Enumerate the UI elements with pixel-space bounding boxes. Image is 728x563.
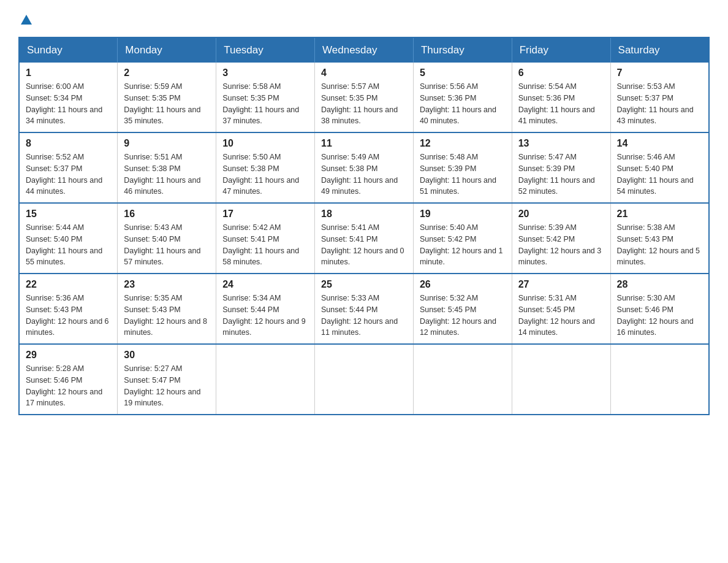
day-number: 19 bbox=[420, 209, 506, 220]
day-cell: 15 Sunrise: 5:44 AMSunset: 5:40 PMDaylig… bbox=[19, 203, 118, 274]
day-cell: 23 Sunrise: 5:35 AMSunset: 5:43 PMDaylig… bbox=[118, 274, 216, 344]
day-cell: 1 Sunrise: 6:00 AMSunset: 5:34 PMDayligh… bbox=[19, 63, 118, 132]
day-number: 4 bbox=[321, 67, 407, 79]
day-info: Sunrise: 5:47 AMSunset: 5:39 PMDaylight:… bbox=[518, 151, 604, 197]
day-info: Sunrise: 5:44 AMSunset: 5:40 PMDaylight:… bbox=[26, 222, 111, 268]
day-cell: 6 Sunrise: 5:54 AMSunset: 5:36 PMDayligh… bbox=[512, 63, 610, 132]
day-cell: 16 Sunrise: 5:43 AMSunset: 5:40 PMDaylig… bbox=[118, 203, 216, 274]
day-info: Sunrise: 5:53 AMSunset: 5:37 PMDaylight:… bbox=[617, 81, 702, 127]
day-cell: 20 Sunrise: 5:39 AMSunset: 5:42 PMDaylig… bbox=[512, 203, 610, 274]
day-number: 7 bbox=[617, 67, 702, 79]
day-cell: 27 Sunrise: 5:31 AMSunset: 5:45 PMDaylig… bbox=[512, 274, 610, 344]
day-cell: 24 Sunrise: 5:34 AMSunset: 5:44 PMDaylig… bbox=[216, 274, 315, 344]
day-number: 29 bbox=[26, 350, 111, 361]
day-info: Sunrise: 5:49 AMSunset: 5:38 PMDaylight:… bbox=[321, 151, 407, 197]
day-number: 14 bbox=[617, 138, 702, 149]
day-number: 23 bbox=[124, 279, 210, 290]
day-number: 17 bbox=[222, 209, 308, 220]
header-tuesday: Tuesday bbox=[216, 37, 315, 63]
day-number: 12 bbox=[420, 138, 506, 149]
day-info: Sunrise: 5:46 AMSunset: 5:40 PMDaylight:… bbox=[617, 151, 702, 197]
day-cell: 7 Sunrise: 5:53 AMSunset: 5:37 PMDayligh… bbox=[610, 63, 709, 132]
day-info: Sunrise: 5:28 AMSunset: 5:46 PMDaylight:… bbox=[26, 363, 111, 409]
day-info: Sunrise: 5:42 AMSunset: 5:41 PMDaylight:… bbox=[222, 222, 308, 268]
day-headers-row: SundayMondayTuesdayWednesdayThursdayFrid… bbox=[19, 37, 709, 63]
day-cell: 28 Sunrise: 5:30 AMSunset: 5:46 PMDaylig… bbox=[610, 274, 709, 344]
day-number: 15 bbox=[26, 209, 111, 220]
day-info: Sunrise: 5:33 AMSunset: 5:44 PMDaylight:… bbox=[321, 293, 407, 339]
week-row-4: 29 Sunrise: 5:28 AMSunset: 5:46 PMDaylig… bbox=[19, 344, 709, 415]
day-info: Sunrise: 5:54 AMSunset: 5:36 PMDaylight:… bbox=[518, 81, 604, 127]
day-number: 11 bbox=[321, 138, 407, 149]
day-cell: 30 Sunrise: 5:27 AMSunset: 5:47 PMDaylig… bbox=[118, 344, 216, 415]
day-info: Sunrise: 5:48 AMSunset: 5:39 PMDaylight:… bbox=[420, 151, 506, 197]
day-number: 24 bbox=[222, 279, 308, 290]
day-cell bbox=[216, 344, 315, 415]
day-cell: 19 Sunrise: 5:40 AMSunset: 5:42 PMDaylig… bbox=[413, 203, 512, 274]
header bbox=[18, 12, 710, 25]
day-number: 8 bbox=[26, 138, 111, 149]
day-cell: 25 Sunrise: 5:33 AMSunset: 5:44 PMDaylig… bbox=[315, 274, 414, 344]
day-number: 2 bbox=[124, 67, 210, 79]
day-info: Sunrise: 5:32 AMSunset: 5:45 PMDaylight:… bbox=[420, 293, 506, 339]
day-cell: 12 Sunrise: 5:48 AMSunset: 5:39 PMDaylig… bbox=[413, 132, 512, 203]
day-cell: 29 Sunrise: 5:28 AMSunset: 5:46 PMDaylig… bbox=[19, 344, 118, 415]
day-info: Sunrise: 5:50 AMSunset: 5:38 PMDaylight:… bbox=[222, 151, 308, 197]
day-number: 6 bbox=[518, 67, 604, 79]
day-number: 1 bbox=[26, 67, 111, 79]
header-monday: Monday bbox=[118, 37, 216, 63]
day-cell: 5 Sunrise: 5:56 AMSunset: 5:36 PMDayligh… bbox=[413, 63, 512, 132]
day-cell: 2 Sunrise: 5:59 AMSunset: 5:35 PMDayligh… bbox=[118, 63, 216, 132]
header-wednesday: Wednesday bbox=[315, 37, 414, 63]
day-number: 10 bbox=[222, 138, 308, 149]
day-number: 21 bbox=[617, 209, 702, 220]
logo bbox=[18, 12, 33, 25]
day-number: 28 bbox=[617, 279, 702, 290]
day-info: Sunrise: 5:27 AMSunset: 5:47 PMDaylight:… bbox=[124, 363, 210, 409]
day-cell: 8 Sunrise: 5:52 AMSunset: 5:37 PMDayligh… bbox=[19, 132, 118, 203]
day-info: Sunrise: 5:56 AMSunset: 5:36 PMDaylight:… bbox=[420, 81, 506, 127]
week-row-0: 1 Sunrise: 6:00 AMSunset: 5:34 PMDayligh… bbox=[19, 63, 709, 132]
day-number: 26 bbox=[420, 279, 506, 290]
day-number: 18 bbox=[321, 209, 407, 220]
day-cell bbox=[610, 344, 709, 415]
day-cell: 14 Sunrise: 5:46 AMSunset: 5:40 PMDaylig… bbox=[610, 132, 709, 203]
day-number: 22 bbox=[26, 279, 111, 290]
week-row-2: 15 Sunrise: 5:44 AMSunset: 5:40 PMDaylig… bbox=[19, 203, 709, 274]
day-cell: 13 Sunrise: 5:47 AMSunset: 5:39 PMDaylig… bbox=[512, 132, 610, 203]
day-info: Sunrise: 5:41 AMSunset: 5:41 PMDaylight:… bbox=[321, 222, 407, 268]
day-info: Sunrise: 5:38 AMSunset: 5:43 PMDaylight:… bbox=[617, 222, 702, 268]
day-cell: 4 Sunrise: 5:57 AMSunset: 5:35 PMDayligh… bbox=[315, 63, 414, 132]
day-info: Sunrise: 5:39 AMSunset: 5:42 PMDaylight:… bbox=[518, 222, 604, 268]
day-cell: 22 Sunrise: 5:36 AMSunset: 5:43 PMDaylig… bbox=[19, 274, 118, 344]
day-cell: 18 Sunrise: 5:41 AMSunset: 5:41 PMDaylig… bbox=[315, 203, 414, 274]
header-sunday: Sunday bbox=[19, 37, 118, 63]
day-number: 9 bbox=[124, 138, 210, 149]
day-number: 16 bbox=[124, 209, 210, 220]
day-cell: 17 Sunrise: 5:42 AMSunset: 5:41 PMDaylig… bbox=[216, 203, 315, 274]
day-info: Sunrise: 5:59 AMSunset: 5:35 PMDaylight:… bbox=[124, 81, 210, 127]
day-info: Sunrise: 5:57 AMSunset: 5:35 PMDaylight:… bbox=[321, 81, 407, 127]
day-cell: 3 Sunrise: 5:58 AMSunset: 5:35 PMDayligh… bbox=[216, 63, 315, 132]
svg-marker-0 bbox=[21, 15, 32, 25]
day-cell: 11 Sunrise: 5:49 AMSunset: 5:38 PMDaylig… bbox=[315, 132, 414, 203]
day-info: Sunrise: 5:35 AMSunset: 5:43 PMDaylight:… bbox=[124, 293, 210, 339]
day-info: Sunrise: 6:00 AMSunset: 5:34 PMDaylight:… bbox=[26, 81, 111, 127]
day-info: Sunrise: 5:52 AMSunset: 5:37 PMDaylight:… bbox=[26, 151, 111, 197]
week-row-3: 22 Sunrise: 5:36 AMSunset: 5:43 PMDaylig… bbox=[19, 274, 709, 344]
day-info: Sunrise: 5:40 AMSunset: 5:42 PMDaylight:… bbox=[420, 222, 506, 268]
day-info: Sunrise: 5:58 AMSunset: 5:35 PMDaylight:… bbox=[222, 81, 308, 127]
week-row-1: 8 Sunrise: 5:52 AMSunset: 5:37 PMDayligh… bbox=[19, 132, 709, 203]
day-number: 3 bbox=[222, 67, 308, 79]
day-number: 20 bbox=[518, 209, 604, 220]
day-info: Sunrise: 5:43 AMSunset: 5:40 PMDaylight:… bbox=[124, 222, 210, 268]
day-number: 13 bbox=[518, 138, 604, 149]
day-info: Sunrise: 5:34 AMSunset: 5:44 PMDaylight:… bbox=[222, 293, 308, 339]
day-info: Sunrise: 5:51 AMSunset: 5:38 PMDaylight:… bbox=[124, 151, 210, 197]
header-friday: Friday bbox=[512, 37, 610, 63]
day-cell: 21 Sunrise: 5:38 AMSunset: 5:43 PMDaylig… bbox=[610, 203, 709, 274]
day-cell bbox=[512, 344, 610, 415]
day-cell bbox=[413, 344, 512, 415]
day-number: 25 bbox=[321, 279, 407, 290]
day-cell: 10 Sunrise: 5:50 AMSunset: 5:38 PMDaylig… bbox=[216, 132, 315, 203]
